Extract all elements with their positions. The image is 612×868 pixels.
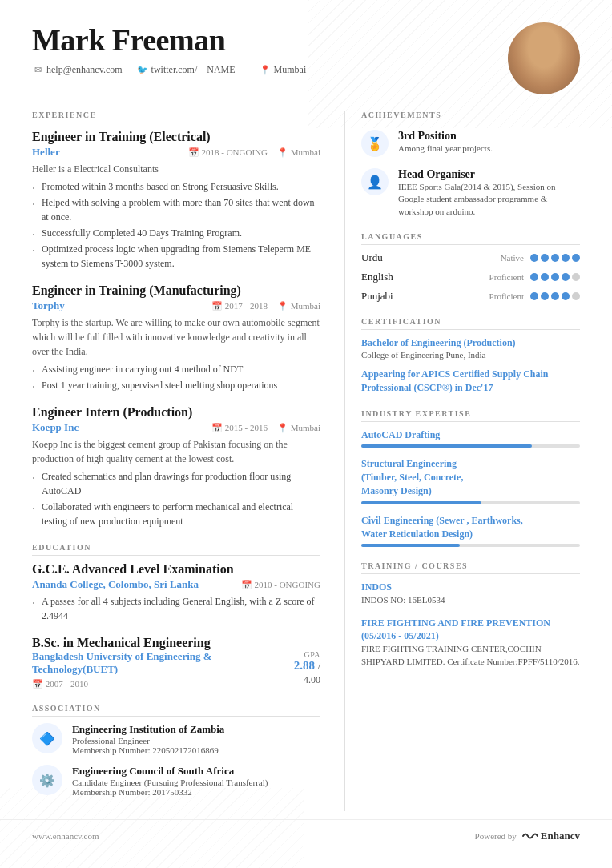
exp1-bullet-1: Promoted within 3 months based on Strong…: [42, 179, 320, 194]
email-icon: ✉: [32, 65, 43, 76]
contact-row: ✉ help@enhancv.com 🐦 twitter.com/__NAME_…: [32, 64, 306, 76]
main-content: EXPERIENCE Engineer in Training (Electri…: [0, 111, 612, 811]
edu1-title: G.C.E. Advanced Level Examination: [32, 562, 320, 577]
exp3-bullets: Created schematics and plan drawings for…: [32, 469, 320, 528]
training-sub-2: FIRE FIGHTING TRAINING CENTER,COCHIN SHI…: [361, 643, 580, 668]
achievement-desc-2: IEEE Sports Gala(2014 & 2015), Session o…: [398, 181, 580, 218]
avatar: [508, 22, 580, 94]
exp1-bullet-2: Helped with solving a problem with more …: [42, 195, 320, 224]
achievement-2: 👤 Head Organiser IEEE Sports Gala(2014 &…: [361, 168, 580, 218]
exp2-location: 📍 Mumbai: [277, 301, 320, 311]
assoc-details-2: Engineering Council of South Africa Cand…: [72, 765, 268, 797]
gpa-value: 2.88 / 4.00: [278, 659, 320, 686]
education-entry-1: G.C.E. Advanced Level Examination Ananda…: [32, 562, 320, 623]
skill-bar-fill-structural: [361, 501, 481, 504]
association-item-2: ⚙️ Engineering Council of South Africa C…: [32, 765, 320, 797]
experience-title: EXPERIENCE: [32, 111, 320, 123]
skill-name-structural: Structural Engineering(Timber, Steel, Co…: [361, 457, 580, 497]
lang-dots-punjabi: [530, 292, 580, 300]
edu2-meta: 📅 2007 - 2010: [32, 679, 278, 689]
dot2: [541, 273, 549, 281]
exp3-date: 📅 2015 - 2016: [211, 423, 268, 433]
edu1-company: Ananda College, Colombo, Sri Lanka: [32, 578, 199, 591]
dot4: [562, 254, 570, 262]
certification-title: CERTIFICATION: [361, 317, 580, 330]
exp2-title: Engineer in Training (Manufacturing): [32, 283, 320, 298]
experience-entry-1: Engineer in Training (Electrical) Heller…: [32, 130, 320, 271]
assoc-icon-1: 🔷: [32, 723, 62, 753]
training-2: FIRE FIGHTING AND FIRE PREVENTION(05/201…: [361, 617, 580, 668]
exp1-bullet-4: Optimized process logic when upgrading f…: [42, 242, 320, 271]
footer-powered: Powered by Enhancv: [475, 830, 580, 842]
dot3: [551, 254, 559, 262]
edu2-gpa-block: GPA 2.88 / 4.00: [278, 650, 320, 686]
education-entry-2: B.Sc. in Mechanical Engineering Banglade…: [32, 636, 320, 689]
assoc-details-1: Engineering Institution of Zambia Profes…: [72, 723, 224, 755]
achievement-desc-1: Among final year projects.: [398, 143, 493, 155]
edu1-date: 📅 2010 - ONGOING: [241, 580, 320, 590]
achievement-details-2: Head Organiser IEEE Sports Gala(2014 & 2…: [398, 168, 580, 218]
dot2: [541, 292, 549, 300]
lang-urdu: Urdu Native: [361, 251, 580, 264]
assoc-member-2: Membership Number: 201750332: [72, 787, 268, 797]
exp3-location: 📍 Mumbai: [277, 423, 320, 433]
exp2-bullet-2: Post 1 year training, supervised steel m…: [42, 378, 320, 392]
training-title: TRAINING / COURSES: [361, 561, 580, 574]
dot3: [551, 273, 559, 281]
exp3-company: Koepp Inc: [32, 421, 79, 434]
achievements-section: ACHIEVEMENTS 🏅 3rd Position Among final …: [361, 111, 580, 218]
dot1: [530, 254, 538, 262]
edu1-meta: 📅 2010 - ONGOING: [241, 580, 320, 590]
enhancv-logo: Enhancv: [521, 830, 580, 842]
assoc-icon-2: ⚙️: [32, 765, 62, 795]
powered-by-label: Powered by: [475, 831, 517, 841]
lang-dots-english: [530, 273, 580, 281]
email-value: help@enhancv.com: [46, 64, 123, 76]
industry-expertise-title: INDUSTRY EXPERTISE: [361, 409, 580, 422]
cert-sub-1: College of Engineering Pune, India: [361, 350, 580, 360]
exp3-sub-row: Koepp Inc 📅 2015 - 2016 📍 Mumbai: [32, 421, 320, 434]
lang-level-english: Proficient: [489, 272, 524, 282]
exp1-date: 📅 2018 - ONGOING: [188, 147, 268, 158]
dot5: [572, 292, 580, 300]
dot2: [541, 254, 549, 262]
skill-structural: Structural Engineering(Timber, Steel, Co…: [361, 457, 580, 504]
experience-entry-3: Engineer Intern (Production) Koepp Inc 📅…: [32, 405, 320, 528]
association-section: ASSOCIATION 🔷 Engineering Institution of…: [32, 704, 320, 797]
assoc-name-2: Engineering Council of South Africa: [72, 765, 268, 778]
skill-name-autocad: AutoCAD Drafting: [361, 428, 580, 442]
edu2-title: B.Sc. in Mechanical Engineering: [32, 636, 320, 650]
edu2-gpa-row: Bangladesh University of Engineering & T…: [32, 650, 320, 689]
left-column: EXPERIENCE Engineer in Training (Electri…: [32, 111, 344, 811]
experience-entry-2: Engineer in Training (Manufacturing) Tor…: [32, 283, 320, 392]
assoc-role-1: Professional Engineer: [72, 736, 224, 745]
lang-dots-urdu: [530, 254, 580, 262]
assoc-member-1: Membership Number: 220502172016869: [72, 745, 224, 755]
lang-right-english: Proficient: [489, 272, 580, 282]
exp3-title: Engineer Intern (Production): [32, 405, 320, 420]
cert-2: Appearing for APICS Certified Supply Cha…: [361, 368, 580, 395]
twitter-value: twitter.com/__NAME__: [151, 64, 245, 76]
industry-expertise-section: INDUSTRY EXPERTISE AutoCAD Drafting Stru…: [361, 409, 580, 548]
lang-right-urdu: Native: [501, 253, 580, 263]
dot5: [572, 254, 580, 262]
brand-name: Enhancv: [541, 830, 580, 842]
assoc-name-1: Engineering Institution of Zambia: [72, 723, 224, 736]
education-section: EDUCATION G.C.E. Advanced Level Examinat…: [32, 543, 320, 689]
achievement-title-1: 3rd Position: [398, 130, 493, 143]
exp1-company: Heller: [32, 146, 60, 159]
skill-bar-fill-autocad: [361, 444, 532, 448]
assoc-role-2: Candidate Engineer (Pursuing Professiona…: [72, 778, 268, 787]
training-title-2: FIRE FIGHTING AND FIRE PREVENTION(05/201…: [361, 617, 580, 644]
resume-page: Mark Freeman ✉ help@enhancv.com 🐦 twitte…: [0, 0, 612, 868]
exp1-desc: Heller is a Electrical Consultants: [32, 162, 320, 176]
achievement-icon-1: 🏅: [361, 130, 389, 157]
footer: www.enhancv.com Powered by Enhancv: [0, 819, 612, 852]
achievement-1: 🏅 3rd Position Among final year projects…: [361, 130, 580, 157]
languages-title: LANGUAGES: [361, 232, 580, 245]
skill-bar-bg-autocad: [361, 444, 580, 448]
dot4: [562, 292, 570, 300]
right-column: ACHIEVEMENTS 🏅 3rd Position Among final …: [344, 111, 580, 811]
achievement-title-2: Head Organiser: [398, 168, 580, 181]
header: Mark Freeman ✉ help@enhancv.com 🐦 twitte…: [0, 0, 612, 111]
